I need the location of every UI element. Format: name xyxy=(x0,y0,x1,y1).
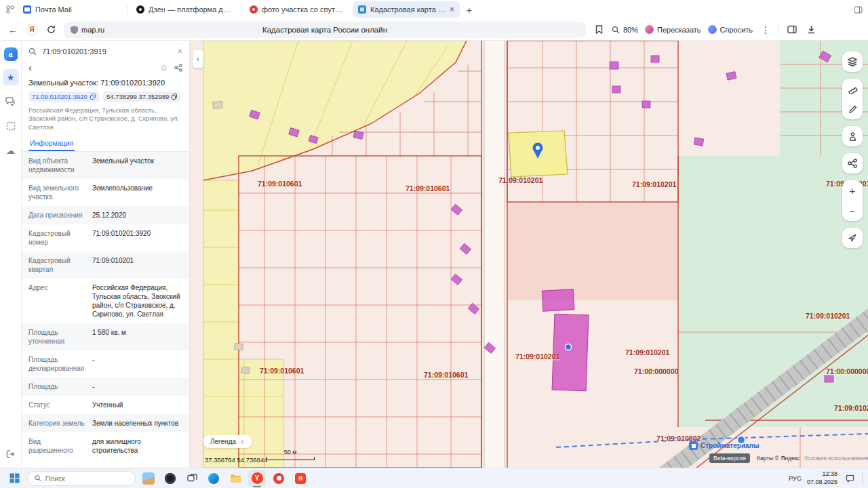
chats-icon[interactable] xyxy=(3,94,19,110)
tab-divider xyxy=(241,5,241,14)
yandex-logo-icon[interactable]: Я xyxy=(26,24,38,36)
task-view-icon[interactable] xyxy=(183,470,201,487)
notifications-icon[interactable] xyxy=(843,470,856,487)
table-row: Площадь уточненная1 580 кв. м xyxy=(22,323,189,350)
start-button[interactable] xyxy=(5,470,23,487)
table-row: Кадастровый квартал71:09:010201 xyxy=(22,251,189,279)
close-tab-icon[interactable]: × xyxy=(450,5,454,14)
bookmarks-star-button[interactable]: ★ xyxy=(3,69,19,85)
zoom-level: 80% xyxy=(623,26,638,34)
cloud-icon[interactable]: ☁ xyxy=(3,142,19,159)
show-desktop-handle[interactable] xyxy=(862,473,863,484)
terms-link[interactable]: Условия использования xyxy=(804,455,868,462)
legend-button[interactable]: Легенда ∧ xyxy=(203,435,252,448)
table-row: Кадастровый номер71:09:010201:3920 xyxy=(22,224,189,251)
browser-toolbar: ← Я map.ru Кадастровая карта России онла… xyxy=(0,19,868,41)
quarter-label: 71:00:000000 xyxy=(634,367,678,375)
app-icon-edge[interactable] xyxy=(205,470,222,487)
language-indicator[interactable]: РУС xyxy=(789,474,802,482)
table-row: Вид земельного участкаЗемлепользование xyxy=(22,179,189,206)
tab-label: Дзен — платформа для п xyxy=(149,5,233,14)
tab-cadastral-map[interactable]: Кадастровая карта Ро × xyxy=(353,1,460,18)
chevron-up-icon: ∧ xyxy=(240,439,245,445)
quarter-label: 71:09:010201 xyxy=(515,352,559,361)
clock[interactable]: 12:38 07.08.2025 xyxy=(807,470,837,486)
tab-groups-icon[interactable] xyxy=(4,3,16,16)
copy-icon xyxy=(172,94,177,100)
browser-side-rail: a ★ ☁ xyxy=(0,41,22,468)
zoom-in-button[interactable]: + xyxy=(842,180,863,201)
back-button[interactable]: ← xyxy=(7,24,19,36)
parcel-info-panel: × ‹ ☆ Земельный участок: 71:09:010201:39… xyxy=(22,41,190,468)
table-row: Вид разрешенногодля жилищного строительс… xyxy=(22,432,189,460)
favorite-star-icon[interactable]: ☆ xyxy=(160,63,167,73)
panel-collapse-button[interactable]: ‹ xyxy=(193,50,203,68)
reload-button[interactable] xyxy=(45,24,57,36)
tab-dzen[interactable]: Дзен — платформа для п xyxy=(131,1,238,18)
app-icon-explorer[interactable] xyxy=(226,470,244,487)
app-icon-yandex-browser[interactable]: Y xyxy=(248,470,266,487)
side-panels-icon[interactable] xyxy=(786,24,798,36)
coordinates-chip[interactable]: 54.738299 37.352989 xyxy=(103,92,180,102)
screenshot-icon[interactable] xyxy=(3,118,19,134)
tab-mail[interactable]: Почта Mail xyxy=(18,1,125,18)
draw-button[interactable] xyxy=(842,99,863,119)
site-url: map.ru xyxy=(81,26,104,34)
zoom-out-button[interactable]: − xyxy=(842,201,863,221)
cadastral-map[interactable]: 71:09:010601 71:09:010601 71:09:010201 7… xyxy=(190,41,868,468)
new-tab-button[interactable]: + xyxy=(461,1,477,18)
parcel-address: Российская Федерация, Тульская область, … xyxy=(22,105,189,136)
share-icon[interactable] xyxy=(174,64,182,72)
tab-label: фото участка со спутника xyxy=(262,5,346,14)
address-bar[interactable]: map.ru Кадастровая карта России онлайн xyxy=(64,22,586,38)
cadastral-number-chip[interactable]: 71:09:010201:3920 xyxy=(28,92,99,102)
bookmark-flag-icon[interactable] xyxy=(593,24,605,36)
map-search-bar[interactable]: × xyxy=(22,41,189,60)
downloads-icon[interactable] xyxy=(805,24,817,36)
exit-sidebar-icon[interactable] xyxy=(3,446,19,462)
ask-alice-button[interactable]: Спросить xyxy=(708,25,753,34)
page-title: Кадастровая карта России онлайн xyxy=(64,26,586,34)
table-row: Вид объекта недвижимостиЗемельный участо… xyxy=(22,152,189,179)
panel-back-button[interactable]: ‹ xyxy=(28,62,32,73)
zoom-control[interactable]: 80% xyxy=(612,26,638,34)
app-icon-red-ring[interactable] xyxy=(270,470,288,487)
alice-icon xyxy=(708,25,717,34)
tab-satellite-photo[interactable]: фото участка со спутника xyxy=(244,1,351,18)
clear-search-icon[interactable]: × xyxy=(178,47,182,56)
toolbar-menu-button[interactable]: ⋮ xyxy=(760,24,772,36)
tab-label: Кадастровая карта Ро xyxy=(370,5,446,14)
taskbar-search-input[interactable] xyxy=(45,474,128,483)
parcel-title: Земельный участок: 71:09:010201:3920 xyxy=(22,75,189,88)
app-icon-widgets[interactable] xyxy=(140,470,157,487)
map-controls: + − xyxy=(842,52,863,248)
table-row: СтатусУчтенный xyxy=(22,396,189,414)
tab-label: Почта Mail xyxy=(35,5,119,14)
taskbar-search[interactable] xyxy=(27,471,136,486)
poi-stroymaterialy[interactable]: Стройматериалы xyxy=(689,441,759,450)
search-icon xyxy=(35,474,41,482)
tabbar-panel-icon[interactable] xyxy=(852,3,864,16)
cursor-coordinates: 37.356764 54.736844 xyxy=(205,456,267,464)
magnifier-icon xyxy=(612,26,620,34)
beta-badge: Beta-версия xyxy=(709,453,750,463)
search-icon xyxy=(28,47,37,56)
time: 12:38 xyxy=(807,470,837,478)
tab-information[interactable]: Информация xyxy=(28,136,75,151)
alice-avatar[interactable]: a xyxy=(4,47,18,61)
map-share-button[interactable] xyxy=(842,153,863,174)
layers-button[interactable] xyxy=(842,52,863,72)
app-icon-dark-circle[interactable] xyxy=(161,470,179,487)
table-row: Дата присвоения25.12.2020 xyxy=(22,206,189,224)
table-row: Категория земельЗемли населенных пунктов xyxy=(22,414,189,432)
search-input[interactable] xyxy=(42,47,172,56)
dzen-favicon xyxy=(136,5,144,14)
app-icon-yandex[interactable]: Я xyxy=(292,470,309,487)
ruler-button[interactable] xyxy=(842,79,863,99)
panorama-button[interactable] xyxy=(842,126,863,146)
retell-button[interactable]: Пересказать xyxy=(645,25,701,34)
quarter-label: 71:09:010601 xyxy=(260,367,304,375)
transit-poi-icon[interactable] xyxy=(736,435,746,445)
locate-me-button[interactable] xyxy=(842,228,863,248)
quarter-label: 71:09:010601 xyxy=(258,180,302,188)
